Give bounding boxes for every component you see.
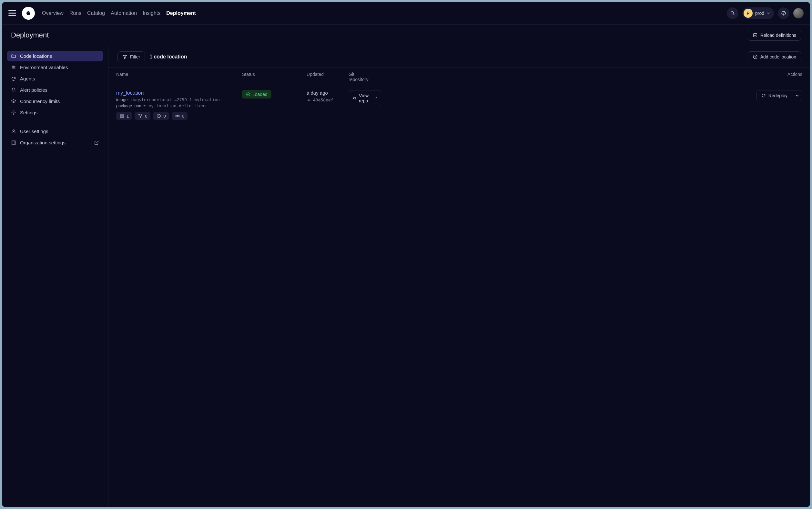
sidebar-item-settings[interactable]: Settings: [7, 107, 103, 118]
svg-point-30: [140, 117, 141, 118]
redeploy-menu-button[interactable]: [792, 90, 802, 101]
nav-catalog[interactable]: Catalog: [87, 10, 105, 16]
sidebar: Code locations Environment variables Age…: [2, 46, 108, 507]
svg-point-34: [308, 99, 309, 101]
filter-label: Filter: [130, 54, 140, 60]
sidebar-item-user-settings[interactable]: User settings: [7, 126, 103, 137]
github-icon: [353, 96, 356, 101]
location-count: 1 code location: [149, 54, 187, 60]
commit-icon: [306, 98, 311, 102]
sidebar-label: Alert policies: [20, 87, 47, 93]
folder-icon: [11, 54, 16, 59]
sidebar-label: Organization settings: [20, 140, 66, 145]
th-status: Status: [234, 68, 299, 86]
add-label: Add code location: [760, 54, 796, 60]
svg-rect-27: [122, 116, 124, 118]
table-row: my_location image: dagstercodelocati…275…: [108, 86, 810, 124]
plus-circle-icon: [752, 54, 758, 60]
schedules-chip[interactable]: 0: [153, 112, 169, 120]
sidebar-label: Concurrency limits: [20, 99, 60, 104]
svg-rect-6: [753, 34, 757, 37]
user-avatar[interactable]: [793, 8, 804, 19]
jobs-icon: [138, 113, 143, 118]
svg-rect-26: [120, 116, 122, 118]
svg-point-7: [12, 66, 12, 67]
sidebar-item-code-locations[interactable]: Code locations: [7, 51, 103, 61]
svg-point-9: [14, 66, 15, 67]
filter-icon: [122, 54, 127, 60]
add-code-location-button[interactable]: Add code location: [748, 52, 801, 62]
svg-point-32: [177, 115, 178, 116]
svg-point-29: [141, 114, 142, 115]
sidebar-label: Code locations: [20, 53, 52, 59]
assets-icon: [119, 113, 124, 118]
sidebar-label: User settings: [20, 129, 48, 134]
package-meta: package_name: my_location.definitions: [116, 103, 207, 108]
sidebar-label: Agents: [20, 76, 35, 81]
sidebar-item-alert-policies[interactable]: Alert policies: [7, 84, 103, 95]
nav-links: Overview Runs Catalog Automation Insight…: [42, 10, 196, 16]
env-name: prod: [755, 11, 764, 16]
sidebar-item-environment-variables[interactable]: Environment variables: [7, 62, 103, 73]
th-git: Git repository: [341, 68, 383, 86]
svg-point-2: [731, 11, 734, 14]
svg-rect-25: [122, 114, 124, 116]
refresh-icon: [11, 76, 16, 81]
sidebar-label: Settings: [20, 110, 37, 115]
help-button[interactable]: [778, 7, 789, 19]
gear-icon: [11, 110, 16, 115]
sensor-icon: [175, 113, 180, 118]
svg-point-5: [783, 14, 784, 14]
reload-definitions-button[interactable]: Reload definitions: [748, 30, 801, 41]
image-meta: image: dagstercodelocati…2759-1-mylocati…: [116, 97, 220, 102]
page-title: Deployment: [11, 31, 49, 39]
svg-point-33: [247, 93, 250, 96]
menu-icon[interactable]: [8, 10, 16, 16]
assets-chip[interactable]: 1: [116, 112, 132, 120]
external-link-icon: [374, 96, 377, 100]
th-name: Name: [108, 68, 234, 86]
reload-icon: [752, 33, 758, 38]
svg-point-1: [29, 12, 30, 13]
redeploy-icon: [761, 93, 766, 98]
logo[interactable]: [22, 7, 35, 20]
sidebar-label: Environment variables: [20, 65, 68, 70]
filter-button[interactable]: Filter: [117, 52, 145, 62]
commit-hash[interactable]: 40e58eef: [306, 98, 333, 102]
th-actions: Actions: [383, 68, 810, 86]
nav-insights[interactable]: Insights: [143, 10, 160, 16]
reload-label: Reload definitions: [760, 33, 796, 38]
nav-deployment[interactable]: Deployment: [166, 10, 196, 16]
external-link-icon: [94, 140, 99, 145]
environment-selector[interactable]: P prod: [742, 7, 774, 19]
svg-point-28: [139, 114, 140, 115]
nav-runs[interactable]: Runs: [69, 10, 81, 16]
chevron-down-icon: [796, 94, 799, 97]
table-header: Name Status Updated Git repository Actio…: [108, 68, 810, 86]
chevron-down-icon: [767, 12, 770, 15]
svg-line-3: [733, 14, 734, 15]
sidebar-item-organization-settings[interactable]: Organization settings: [7, 137, 103, 148]
check-circle-icon: [246, 92, 251, 97]
sidebar-item-agents[interactable]: Agents: [7, 73, 103, 84]
user-icon: [11, 129, 16, 134]
nav-overview[interactable]: Overview: [42, 10, 64, 16]
building-icon: [11, 140, 16, 145]
variables-icon: [11, 65, 16, 70]
view-repo-button[interactable]: View repo: [349, 90, 381, 106]
location-name-link[interactable]: my_location: [116, 90, 144, 96]
search-button[interactable]: [727, 7, 738, 19]
sidebar-divider: [7, 122, 103, 122]
nav-automation[interactable]: Automation: [111, 10, 137, 16]
svg-rect-24: [120, 114, 122, 116]
sensors-chip[interactable]: 0: [172, 112, 187, 120]
page-header: Deployment Reload definitions: [2, 25, 810, 46]
redeploy-button[interactable]: Redeploy: [756, 90, 792, 101]
svg-point-12: [13, 112, 14, 113]
env-badge: P: [744, 9, 752, 18]
toolbar: Filter 1 code location Add code location: [108, 46, 810, 68]
jobs-chip[interactable]: 0: [135, 112, 150, 120]
sidebar-item-concurrency-limits[interactable]: Concurrency limits: [7, 96, 103, 107]
bell-icon: [11, 88, 16, 93]
code-locations-table: Name Status Updated Git repository Actio…: [108, 68, 810, 124]
